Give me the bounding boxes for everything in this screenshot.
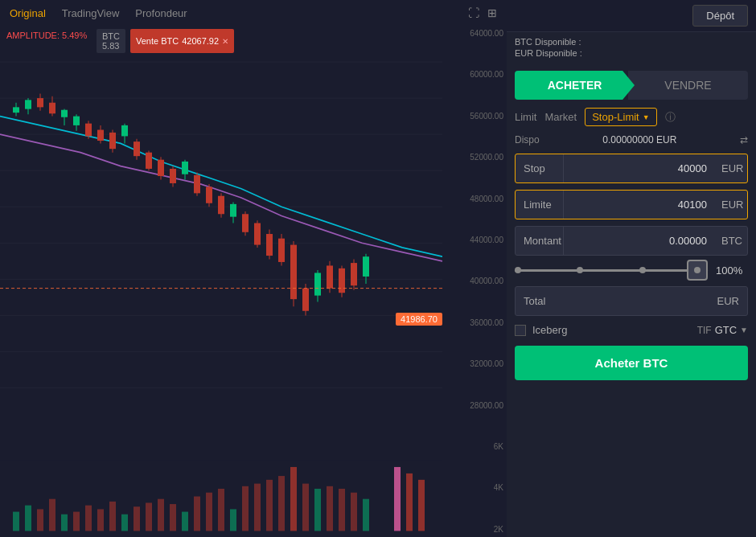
svg-rect-28 <box>109 133 116 149</box>
iceberg-label: Iceberg <box>532 324 567 336</box>
svg-rect-82 <box>134 506 140 531</box>
stop-limit-arrow: ▼ <box>643 113 650 121</box>
depot-button[interactable]: Dépôt <box>692 5 748 27</box>
svg-rect-68 <box>351 263 357 285</box>
svg-rect-75 <box>49 498 55 531</box>
svg-rect-95 <box>290 467 297 531</box>
slider-dots <box>515 267 708 273</box>
svg-rect-42 <box>194 175 200 194</box>
eur-available-label: EUR Disponible : <box>515 48 582 58</box>
svg-rect-73 <box>25 505 31 531</box>
eur-balance-row: EUR Disponible : <box>515 48 748 58</box>
svg-rect-83 <box>146 502 152 531</box>
svg-rect-79 <box>97 509 104 531</box>
svg-rect-94 <box>278 476 285 531</box>
svg-rect-93 <box>266 479 273 531</box>
total-field: Total EUR <box>515 286 748 316</box>
tab-profondeur[interactable]: Profondeur <box>135 7 187 19</box>
montant-input[interactable] <box>564 227 715 255</box>
slider-track <box>515 269 708 272</box>
svg-rect-40 <box>182 162 188 174</box>
right-panel: Dépôt BTC Disponible : EUR Disponible : … <box>507 0 756 537</box>
swap-icon[interactable]: ⇄ <box>740 134 748 146</box>
svg-rect-30 <box>121 125 128 137</box>
svg-rect-70 <box>363 256 369 277</box>
svg-rect-32 <box>134 141 140 156</box>
svg-rect-84 <box>158 498 164 531</box>
tif-label: TIF <box>697 325 712 336</box>
stop-input[interactable] <box>564 154 715 182</box>
svg-rect-87 <box>194 496 200 531</box>
svg-rect-85 <box>170 504 176 531</box>
svg-rect-44 <box>206 187 212 203</box>
dispo-value: 0.00000000 EUR <box>602 134 676 146</box>
dispo-row: Dispo 0.00000000 EUR ⇄ <box>515 134 748 146</box>
total-currency: EUR <box>709 287 747 315</box>
slider-dot-50 <box>639 267 646 273</box>
slider-thumb-inner <box>694 267 701 273</box>
chart-area: Original TradingView Profondeur ⛶ ⊞ AMPL… <box>0 0 507 537</box>
svg-rect-92 <box>254 483 261 531</box>
svg-rect-22 <box>73 117 80 125</box>
svg-rect-102 <box>394 467 401 531</box>
svg-rect-90 <box>230 509 236 531</box>
svg-rect-72 <box>13 511 19 531</box>
btc-balance-row: BTC Disponible : <box>515 37 748 47</box>
buy-action-button[interactable]: Acheter BTC <box>515 346 748 380</box>
order-type-tabs: Limit Market Stop-Limit ▼ ⓘ <box>515 108 748 126</box>
svg-rect-104 <box>418 479 425 531</box>
chart-icons: ⛶ ⊞ <box>468 6 497 19</box>
limite-currency: EUR <box>715 191 748 219</box>
svg-rect-91 <box>242 486 249 531</box>
montant-label: Montant <box>516 227 564 255</box>
slider-dot-0 <box>515 267 521 273</box>
svg-rect-96 <box>302 483 309 531</box>
svg-rect-50 <box>242 214 249 232</box>
sell-toggle-button[interactable]: VENDRE <box>628 71 748 100</box>
slider-thumb[interactable] <box>687 260 708 281</box>
svg-rect-12 <box>13 107 19 113</box>
total-label: Total <box>516 287 709 315</box>
tab-tradingview[interactable]: TradingView <box>62 7 120 19</box>
chart-svg <box>0 26 442 461</box>
svg-rect-76 <box>61 514 68 531</box>
iceberg-checkbox[interactable] <box>515 325 526 336</box>
tif-dropdown-arrow[interactable]: ▼ <box>740 326 748 334</box>
svg-rect-78 <box>85 505 92 531</box>
svg-rect-46 <box>218 196 224 215</box>
svg-rect-58 <box>290 245 297 300</box>
tif-select: TIF GTC ▼ <box>697 324 748 336</box>
svg-rect-60 <box>302 289 309 311</box>
info-icon[interactable]: ⓘ <box>665 110 676 125</box>
svg-rect-66 <box>339 268 345 293</box>
btc-available-label: BTC Disponible : <box>515 37 581 47</box>
tif-value: GTC <box>715 324 737 336</box>
balance-info: BTC Disponible : EUR Disponible : <box>507 32 756 64</box>
volume-bars <box>0 461 442 537</box>
svg-rect-100 <box>351 492 357 531</box>
slider-percent: 100% <box>716 264 748 277</box>
stop-field: Stop EUR <box>515 154 748 183</box>
trade-panel: ACHETER VENDRE Limit Market Stop-Limit ▼… <box>507 64 756 537</box>
grid-icon[interactable]: ⊞ <box>487 6 497 19</box>
svg-rect-98 <box>327 486 333 531</box>
tab-limit[interactable]: Limit <box>515 109 536 125</box>
svg-rect-74 <box>37 509 43 531</box>
svg-rect-20 <box>61 110 68 117</box>
expand-icon[interactable]: ⛶ <box>468 6 479 19</box>
tab-original[interactable]: Original <box>10 7 46 19</box>
close-vente-icon[interactable]: ✕ <box>222 37 228 46</box>
buy-toggle-button[interactable]: ACHETER <box>515 71 635 100</box>
options-row: Iceberg TIF GTC ▼ <box>515 324 748 336</box>
price-axis: 64000.00 60000.00 56000.00 52000.00 4800… <box>442 26 507 537</box>
tab-stop-limit[interactable]: Stop-Limit ▼ <box>585 108 656 126</box>
price-labels: BTC 5.83 Vente BTC 42067.92 ✕ <box>97 29 234 53</box>
current-price-label: 41986.70 <box>396 313 442 326</box>
svg-rect-18 <box>49 103 55 114</box>
stop-label: Stop <box>516 154 564 182</box>
tab-market[interactable]: Market <box>544 109 577 125</box>
limite-input[interactable] <box>564 191 715 219</box>
slider-dot-25 <box>577 267 583 273</box>
svg-rect-52 <box>254 223 261 245</box>
svg-rect-97 <box>314 489 321 531</box>
